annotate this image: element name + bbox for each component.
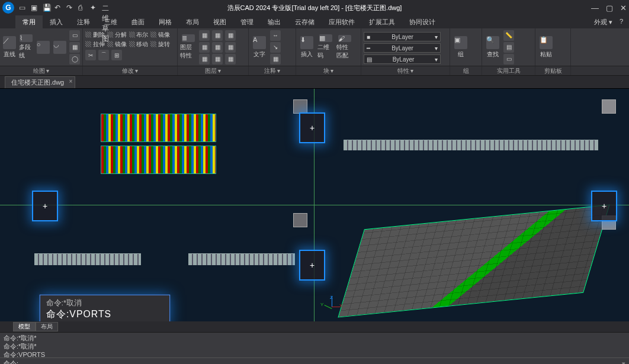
panel-label-layer[interactable]: 图层 ▾ bbox=[178, 66, 249, 75]
linetype-combo[interactable]: ▤ByLayer▾ bbox=[364, 54, 441, 64]
text-button[interactable]: A文字 bbox=[251, 36, 268, 59]
layer-btn-4[interactable]: ▦ bbox=[212, 30, 223, 41]
nav-handle-right[interactable]: + bbox=[591, 191, 617, 221]
close-button[interactable]: ✕ bbox=[620, 4, 627, 12]
fillet-button[interactable]: ⌒ bbox=[98, 50, 109, 60]
tab-extensions[interactable]: 扩展工具 bbox=[362, 15, 402, 28]
line-button[interactable]: ／直线 bbox=[2, 36, 17, 59]
layout-tab[interactable]: 布局 bbox=[36, 322, 58, 331]
group-icon: ▣ bbox=[454, 36, 467, 49]
qat-new-icon[interactable]: ▭ bbox=[19, 4, 27, 12]
tab-output[interactable]: 输出 bbox=[261, 15, 288, 28]
explode-button[interactable]: ▧ 分解 bbox=[107, 31, 127, 39]
tab-insert[interactable]: 插入 bbox=[43, 15, 70, 28]
panel-label-block[interactable]: 块 ▾ bbox=[296, 66, 361, 75]
minimize-button[interactable]: — bbox=[591, 4, 599, 12]
close-tab-icon[interactable]: × bbox=[69, 78, 72, 85]
layer-properties-button[interactable]: ≣图层特性 bbox=[180, 36, 197, 59]
tab-manage[interactable]: 管理 bbox=[233, 15, 261, 28]
tab-annotate[interactable]: 注释 bbox=[70, 15, 97, 28]
qat-open-icon[interactable]: ▣ bbox=[31, 4, 39, 12]
tab-surface[interactable]: 曲面 bbox=[124, 15, 152, 28]
tab-layout[interactable]: 布局 bbox=[179, 15, 206, 28]
nav-handle-top[interactable]: + bbox=[299, 112, 325, 143]
arc-icon: ◡ bbox=[53, 41, 66, 54]
rotate-button[interactable]: ▧ 旋转 bbox=[150, 40, 170, 49]
qat-redo-icon[interactable]: ↷ bbox=[66, 4, 75, 12]
drawing-area[interactable]: Z X Y + + + + 命令:*取消 命令:VPORTS bbox=[0, 89, 629, 321]
lineweight-combo[interactable]: ━ByLayer▾ bbox=[364, 43, 441, 53]
tab-collab[interactable]: 协同设计 bbox=[402, 15, 442, 28]
layer-btn-5[interactable]: ▦ bbox=[212, 42, 223, 53]
qat-save-icon[interactable]: 💾 bbox=[43, 4, 51, 12]
command-input-row[interactable]: 命令: ▾ bbox=[0, 357, 629, 364]
layer-btn-8[interactable]: ▦ bbox=[225, 42, 236, 53]
boolean-button[interactable]: ▧ 布尔 bbox=[129, 31, 149, 39]
panel-clipboard: 📋粘贴 bbox=[535, 28, 571, 66]
brush-icon: 🖌 bbox=[338, 35, 351, 42]
rectangle-button[interactable]: ▭ bbox=[69, 30, 80, 41]
qat-print-icon[interactable]: ⎙ bbox=[78, 4, 86, 12]
tab-common[interactable]: 常用 bbox=[15, 15, 43, 28]
dim-button[interactable]: ↔ bbox=[270, 30, 281, 41]
panel-label-modify[interactable]: 修改 ▾ bbox=[83, 66, 178, 75]
viewcube-tr[interactable] bbox=[293, 99, 307, 114]
layer-btn-7[interactable]: ▦ bbox=[225, 30, 236, 41]
measure-button[interactable]: 📏 bbox=[503, 30, 514, 41]
group-button[interactable]: ▣组 bbox=[453, 36, 469, 59]
viewcube-tl[interactable] bbox=[602, 99, 616, 114]
tab-mesh[interactable]: 网格 bbox=[152, 15, 179, 28]
array-button[interactable]: ⊞ bbox=[111, 50, 122, 60]
qat-settings-icon[interactable]: ✦ bbox=[90, 4, 98, 12]
model-tab[interactable]: 模型 bbox=[13, 322, 36, 331]
qat-workspace-dropdown[interactable]: 二维草图 bbox=[102, 4, 110, 12]
leader-button[interactable]: ↘ bbox=[270, 42, 281, 53]
mirror-button[interactable]: ▧ 镜像 bbox=[150, 31, 170, 39]
mirror2-button[interactable]: ▧ 镜像 bbox=[107, 40, 127, 49]
panel-label-properties[interactable]: 特性 ▾ bbox=[361, 66, 450, 75]
trim-button[interactable]: ✂ bbox=[85, 50, 96, 60]
layer-btn-3[interactable]: ▦ bbox=[199, 54, 210, 65]
appearance-menu[interactable]: 外观 ▾ bbox=[594, 18, 612, 27]
color-combo[interactable]: ■ByLayer▾ bbox=[364, 32, 441, 41]
match-properties-button[interactable]: 🖌特性匹配 bbox=[336, 36, 353, 59]
command-menu-icon[interactable]: ▾ bbox=[622, 360, 625, 364]
table-button[interactable]: ▦ bbox=[270, 54, 281, 65]
app-logo[interactable]: G bbox=[2, 2, 14, 14]
maximize-button[interactable]: ▢ bbox=[606, 4, 613, 12]
tab-cloud[interactable]: 云存储 bbox=[288, 15, 322, 28]
layer-btn-2[interactable]: ▦ bbox=[199, 42, 210, 53]
layer-btn-1[interactable]: ▦ bbox=[199, 30, 210, 41]
paste-button[interactable]: 📋粘贴 bbox=[538, 36, 554, 59]
move-button[interactable]: ▧ 移动 bbox=[129, 40, 149, 49]
hatch-button[interactable]: ▦ bbox=[69, 42, 80, 53]
panel-label-draw[interactable]: 绘图 ▾ bbox=[0, 66, 83, 75]
layer-btn-6[interactable]: ▦ bbox=[212, 54, 223, 65]
arc-button[interactable]: ◡ bbox=[53, 36, 67, 59]
command-prompt: 命令: bbox=[4, 359, 18, 364]
cmd-popup-main: 命令:VPORTS bbox=[46, 308, 163, 320]
find-button[interactable]: 🔍查找 bbox=[484, 36, 501, 59]
document-tab[interactable]: 住宅楼天正图.dwg × bbox=[5, 76, 75, 88]
command-input[interactable] bbox=[21, 360, 622, 365]
tab-view[interactable]: 视图 bbox=[206, 15, 233, 28]
nav-handle-left[interactable]: + bbox=[32, 191, 58, 221]
help-icon[interactable]: ? bbox=[620, 18, 623, 27]
insert-block-button[interactable]: ⬇插入 bbox=[299, 36, 315, 59]
tab-3d[interactable]: 三维 bbox=[97, 15, 124, 28]
viewcube-br-left[interactable] bbox=[293, 213, 307, 227]
layer-btn-9[interactable]: ▦ bbox=[225, 54, 236, 65]
viewport-divider-h[interactable] bbox=[0, 205, 629, 205]
tab-apps[interactable]: 应用软件 bbox=[322, 15, 362, 28]
circle-button[interactable]: ○ bbox=[36, 36, 50, 59]
qrcode-button[interactable]: ▩二维码 bbox=[317, 36, 334, 59]
panel-group: ▣组 bbox=[450, 28, 482, 66]
history-line: 命令:VPORTS bbox=[4, 350, 625, 357]
panel-label-annotate[interactable]: 注释 ▾ bbox=[249, 66, 296, 75]
calc-button[interactable]: ▤ bbox=[503, 42, 514, 53]
polyline-button[interactable]: ⌇多段线 bbox=[19, 36, 33, 59]
ellipse-button[interactable]: ◯ bbox=[69, 54, 80, 65]
select-button[interactable]: ▭ bbox=[503, 54, 514, 65]
nav-handle-bottom[interactable]: + bbox=[299, 250, 325, 281]
qat-undo-icon[interactable]: ↶ bbox=[54, 4, 63, 12]
